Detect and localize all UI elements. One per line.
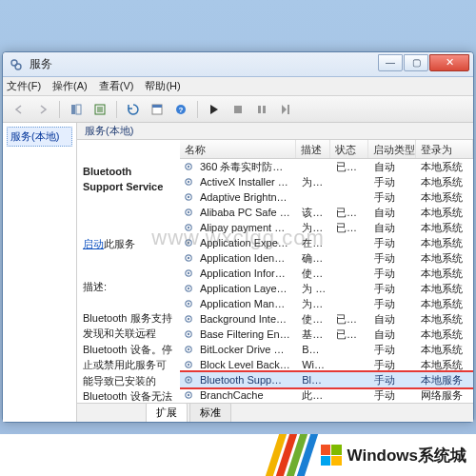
window-title: 服务	[30, 56, 378, 72]
table-row[interactable]: Bluetooth Supp…Blue…手动本地服务	[180, 372, 473, 387]
service-rows[interactable]: 360 杀毒实时防护…已启动自动本地系统ActiveX Installer …为…	[180, 159, 473, 403]
toolbar: ?	[3, 96, 473, 123]
stop-service-button[interactable]	[228, 99, 248, 120]
gear-icon	[182, 359, 195, 370]
cell-status: 已启动	[331, 312, 369, 327]
close-button[interactable]: ✕	[429, 54, 469, 71]
svg-rect-9	[234, 106, 242, 113]
cell-name: Bluetooth Supp…	[195, 374, 297, 386]
col-desc[interactable]: 描述	[296, 140, 330, 158]
cell-start: 手动	[369, 343, 417, 357]
cell-status: 已启动	[331, 206, 369, 220]
cell-desc: Blue…	[297, 374, 331, 386]
start-service-button[interactable]	[204, 99, 225, 120]
cell-desc: 该服…	[297, 206, 331, 220]
cell-name: Application Infor…	[195, 268, 297, 279]
cell-logon: 本地系统	[416, 297, 473, 311]
cell-start: 自动	[369, 312, 417, 327]
table-row[interactable]: Adaptive Brightn…手动本地系统	[180, 189, 473, 205]
brand: Windows系统城	[321, 445, 466, 466]
svg-point-26	[188, 257, 189, 259]
cell-name: Alipay payment …	[195, 222, 297, 233]
cell-logon: 本地系统	[416, 312, 473, 327]
cell-desc: 基本…	[297, 327, 331, 342]
gear-icon	[182, 222, 195, 233]
svg-rect-12	[288, 105, 289, 114]
refresh-button[interactable]	[123, 99, 144, 120]
col-status[interactable]: 状态	[330, 140, 368, 158]
table-row[interactable]: Base Filtering En…基本…已启动自动本地系统	[180, 327, 473, 342]
gear-icon	[182, 313, 195, 325]
body: 服务(本地) 服务(本地) Bluetooth Support Service …	[3, 123, 473, 422]
table-row[interactable]: ActiveX Installer …为从…手动本地系统	[180, 174, 473, 189]
service-list: 名称 描述 状态 启动类型 登录为 360 杀毒实时防护…已启动自动本地系统Ac…	[180, 140, 473, 403]
svg-point-34	[188, 318, 189, 320]
tree-root-services[interactable]: 服务(本地)	[7, 127, 72, 147]
description-text: Bluetooth 服务支持发现和关联远程 Bluetooth 设备。停止或禁用…	[83, 310, 174, 404]
column-headers[interactable]: 名称 描述 状态 启动类型 登录为	[180, 140, 473, 159]
svg-point-38	[188, 348, 189, 350]
table-row[interactable]: 360 杀毒实时防护…已启动自动本地系统	[180, 159, 473, 174]
svg-rect-2	[71, 105, 75, 114]
restart-service-button[interactable]	[275, 99, 296, 120]
menu-help[interactable]: 帮助(H)	[145, 79, 180, 93]
table-row[interactable]: Application Man…为通…手动本地系统	[180, 296, 473, 311]
tab-extended[interactable]: 扩展	[146, 403, 188, 422]
table-row[interactable]: Block Level Back…Win…手动本地系统	[180, 357, 473, 372]
menubar: 文件(F) 操作(A) 查看(V) 帮助(H)	[3, 77, 473, 96]
gear-icon	[182, 237, 195, 248]
svg-text:?: ?	[179, 106, 184, 114]
footer-brand: Windows系统城	[0, 434, 476, 476]
cell-name: BranchCache	[195, 389, 297, 401]
cell-name: Application Iden…	[195, 252, 297, 264]
minimize-button[interactable]: —	[378, 54, 403, 71]
forward-button[interactable]	[32, 99, 53, 120]
table-row[interactable]: BitLocker Drive …BDE…手动本地系统	[180, 342, 473, 357]
show-hide-tree-button[interactable]	[66, 99, 87, 120]
cell-desc: 为从…	[297, 175, 331, 189]
table-row[interactable]: Alibaba PC Safe …该服…已启动自动本地系统	[180, 205, 473, 220]
back-button[interactable]	[9, 99, 30, 120]
menu-action[interactable]: 操作(A)	[52, 79, 88, 93]
col-name[interactable]: 名称	[180, 140, 296, 158]
description-label: 描述:	[83, 279, 174, 295]
help-button[interactable]: ?	[170, 99, 191, 120]
table-row[interactable]: Application Infor…使用…手动本地系统	[180, 266, 473, 281]
cell-desc: 使用…	[297, 267, 331, 281]
maximize-button[interactable]: ▢	[404, 54, 428, 71]
cell-name: Application Man…	[195, 298, 297, 309]
cell-logon: 本地系统	[416, 221, 473, 235]
cell-name: Base Filtering En…	[195, 328, 297, 340]
services-window: 服务 — ▢ ✕ 文件(F) 操作(A) 查看(V) 帮助(H) ? 服务(本地…	[2, 51, 474, 423]
tab-standard[interactable]: 标准	[189, 403, 231, 422]
table-row[interactable]: Application Laye…为 In…手动本地系统	[180, 281, 473, 296]
titlebar[interactable]: 服务 — ▢ ✕	[3, 52, 473, 77]
cell-start: 手动	[369, 251, 417, 266]
cell-desc: 为通…	[297, 297, 331, 311]
cell-start: 手动	[369, 297, 417, 311]
start-link[interactable]: 启动	[83, 238, 104, 249]
svg-rect-10	[258, 106, 261, 113]
svg-point-22	[188, 227, 189, 228]
cell-logon: 本地系统	[416, 282, 473, 296]
menu-file[interactable]: 文件(F)	[7, 79, 41, 93]
tree-panel: 服务(本地)	[3, 123, 77, 422]
cell-start: 手动	[369, 175, 417, 189]
export-button[interactable]	[89, 99, 110, 120]
menu-view[interactable]: 查看(V)	[99, 79, 134, 93]
table-row[interactable]: Alipay payment …为支…已启动自动本地系统	[180, 220, 473, 235]
cell-name: ActiveX Installer …	[195, 176, 297, 188]
bottom-tabs: 扩展 标准	[77, 403, 473, 422]
pause-service-button[interactable]	[251, 99, 272, 120]
table-row[interactable]: Background Inte…使用…已启动自动本地系统	[180, 311, 473, 327]
col-logon[interactable]: 登录为	[416, 140, 473, 158]
properties-button[interactable]	[147, 99, 168, 120]
col-start[interactable]: 启动类型	[368, 140, 416, 158]
gear-icon	[182, 176, 195, 188]
cell-logon: 本地系统	[416, 160, 473, 174]
table-row[interactable]: BranchCache此服…手动网络服务	[180, 387, 473, 403]
cell-desc: 为 In…	[297, 282, 331, 296]
gear-icon	[182, 283, 195, 294]
table-row[interactable]: Application Expe…在应…手动本地系统	[180, 235, 473, 250]
table-row[interactable]: Application Iden…确定…手动本地系统	[180, 250, 473, 266]
